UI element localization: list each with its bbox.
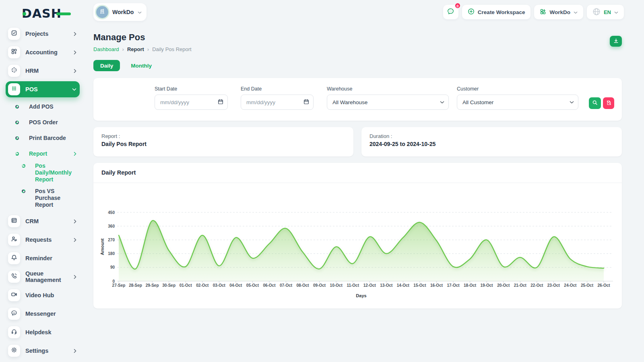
sidebar-item-messenger[interactable]: Messenger bbox=[6, 306, 80, 322]
sidebar-item-video-hub[interactable]: Video Hub bbox=[6, 287, 80, 303]
chevron-down-icon bbox=[72, 88, 76, 91]
svg-text:180: 180 bbox=[108, 251, 115, 256]
sidebar-item-helpdesk[interactable]: Helpdesk bbox=[6, 324, 80, 340]
sidebar-item-label: HRM bbox=[25, 68, 74, 74]
svg-text:23-Oct: 23-Oct bbox=[547, 283, 560, 288]
duration-summary-card: Duration : 2024-09-25 to 2024-10-25 bbox=[361, 127, 622, 156]
svg-text:04-Oct: 04-Oct bbox=[229, 283, 242, 288]
chevron-down-icon bbox=[574, 9, 578, 15]
filter-card: Start Date End Date Warehouse All Ware bbox=[93, 78, 622, 121]
video-icon bbox=[11, 291, 17, 299]
search-button[interactable] bbox=[589, 97, 601, 109]
sidebar-item-label: Helpdesk bbox=[25, 329, 80, 335]
app-switcher-button[interactable]: WorkDo bbox=[534, 5, 583, 19]
svg-text:Days: Days bbox=[356, 293, 366, 298]
sidebar-item-requests[interactable]: Requests bbox=[6, 232, 80, 248]
app-logo[interactable]: DASH bbox=[22, 6, 66, 21]
chevron-right-icon bbox=[74, 50, 76, 55]
building-icon bbox=[99, 8, 105, 16]
globe-icon bbox=[592, 8, 601, 17]
svg-text:08-Oct: 08-Oct bbox=[297, 283, 310, 288]
app-switcher-label: WorkDo bbox=[549, 9, 570, 15]
tab-monthly[interactable]: Monthly bbox=[124, 60, 159, 71]
sidebar-item-crm[interactable]: CRM bbox=[6, 213, 80, 229]
svg-text:09-Oct: 09-Oct bbox=[313, 283, 326, 288]
report-summary-card: Report : Daily Pos Report bbox=[93, 127, 353, 156]
svg-text:25-Oct: 25-Oct bbox=[581, 283, 594, 288]
warehouse-label: Warehouse bbox=[327, 86, 449, 92]
workspace-selector[interactable]: WorkDo bbox=[93, 3, 147, 21]
bullet-icon bbox=[22, 189, 25, 193]
svg-text:29-Sep: 29-Sep bbox=[146, 283, 159, 288]
customer-select[interactable]: All Customer bbox=[457, 95, 578, 110]
chevron-right-icon bbox=[74, 349, 76, 353]
sidebar-item-pos-daily-monthly-report[interactable]: Pos Daily/Monthly Report bbox=[6, 162, 80, 183]
chat-bubble-icon bbox=[447, 8, 454, 16]
svg-text:30-Sep: 30-Sep bbox=[162, 283, 175, 288]
svg-text:05-Oct: 05-Oct bbox=[246, 283, 259, 288]
tab-daily[interactable]: Daily bbox=[93, 60, 120, 71]
sidebar-item-accounting[interactable]: Accounting bbox=[6, 44, 80, 60]
workspace-avatar bbox=[96, 6, 108, 18]
sidebar-item-label: Video Hub bbox=[25, 292, 80, 298]
sidebar-item-pos[interactable]: POS bbox=[6, 81, 80, 97]
sidebar-item-queue-management[interactable]: Queue Management bbox=[6, 269, 80, 285]
sidebar-item-pos-order[interactable]: POS Order bbox=[6, 115, 80, 129]
sidebar-item-label: CRM bbox=[25, 218, 74, 224]
sidebar-item-projects[interactable]: Projects bbox=[6, 26, 80, 42]
report-value: Daily Pos Report bbox=[101, 141, 345, 147]
sidebar-item-label: Requests bbox=[25, 237, 74, 243]
start-date-field: Start Date bbox=[155, 86, 228, 110]
create-workspace-button[interactable]: Create Workspace bbox=[462, 5, 531, 19]
logo-dot bbox=[23, 12, 26, 16]
top-bar: WorkDo 0 Create Workspace WorkDo bbox=[93, 3, 624, 21]
sidebar-item-reminder[interactable]: Reminder bbox=[6, 250, 80, 266]
svg-text:07-Oct: 07-Oct bbox=[280, 283, 293, 288]
svg-text:11-Oct: 11-Oct bbox=[347, 283, 359, 288]
headset-icon bbox=[11, 328, 17, 336]
messages-button[interactable]: 0 bbox=[443, 5, 458, 19]
bullet-icon bbox=[22, 164, 25, 168]
sidebar-item-print-barcode[interactable]: Print Barcode bbox=[6, 131, 80, 145]
svg-text:02-Oct: 02-Oct bbox=[196, 283, 209, 288]
bullet-icon bbox=[15, 152, 19, 156]
chevron-right-icon bbox=[74, 219, 76, 224]
sidebar-item-report[interactable]: Report bbox=[6, 147, 80, 160]
end-date-input[interactable] bbox=[241, 95, 314, 110]
breadcrumb-dashboard[interactable]: Dashboard bbox=[93, 46, 119, 52]
svg-text:90: 90 bbox=[110, 265, 115, 269]
svg-text:21-Oct: 21-Oct bbox=[514, 283, 527, 288]
sidebar-item-add-pos[interactable]: Add POS bbox=[6, 100, 80, 113]
language-selector[interactable]: EN bbox=[587, 5, 624, 19]
svg-text:01-Oct: 01-Oct bbox=[180, 283, 192, 288]
chevron-right-icon bbox=[74, 275, 76, 279]
gear-icon bbox=[11, 347, 17, 355]
start-date-label: Start Date bbox=[155, 86, 228, 92]
chevron-right-icon bbox=[74, 152, 76, 156]
sidebar-item-pos-vs-purchase-report[interactable]: Pos VS Purchase Report bbox=[6, 188, 80, 208]
svg-text:20-Oct: 20-Oct bbox=[497, 283, 510, 288]
customer-field: Customer All Customer bbox=[457, 86, 578, 110]
bullet-icon bbox=[15, 136, 19, 140]
summary-row: Report : Daily Pos Report Duration : 202… bbox=[93, 127, 622, 156]
reset-filter-button[interactable] bbox=[603, 97, 614, 109]
report-label: Report : bbox=[101, 133, 345, 139]
sidebar-item-hrm[interactable]: HRM bbox=[6, 63, 80, 79]
warehouse-select[interactable]: All Warehouse bbox=[327, 95, 449, 110]
chevron-down-icon bbox=[138, 8, 142, 16]
breadcrumb-current: Daily Pos Report bbox=[152, 46, 192, 52]
pos-grid-icon bbox=[11, 85, 17, 93]
duration-value: 2024-09-25 to 2024-10-25 bbox=[369, 141, 614, 147]
svg-text:17-Oct: 17-Oct bbox=[447, 283, 460, 288]
breadcrumb-report[interactable]: Report bbox=[127, 46, 144, 52]
svg-text:06-Oct: 06-Oct bbox=[263, 283, 276, 288]
start-date-input[interactable] bbox=[155, 95, 228, 110]
logo-text: DASH bbox=[22, 6, 62, 21]
svg-text:24-Oct: 24-Oct bbox=[564, 283, 577, 288]
daily-report-area-chart: 09018027036045027-Sep28-Sep29-Sep30-Sep0… bbox=[93, 183, 622, 304]
plus-circle-icon bbox=[468, 8, 475, 16]
svg-text:10-Oct: 10-Oct bbox=[330, 283, 343, 288]
language-code: EN bbox=[604, 9, 611, 15]
download-button[interactable] bbox=[610, 36, 622, 47]
sidebar-item-settings[interactable]: Settings bbox=[6, 343, 80, 359]
